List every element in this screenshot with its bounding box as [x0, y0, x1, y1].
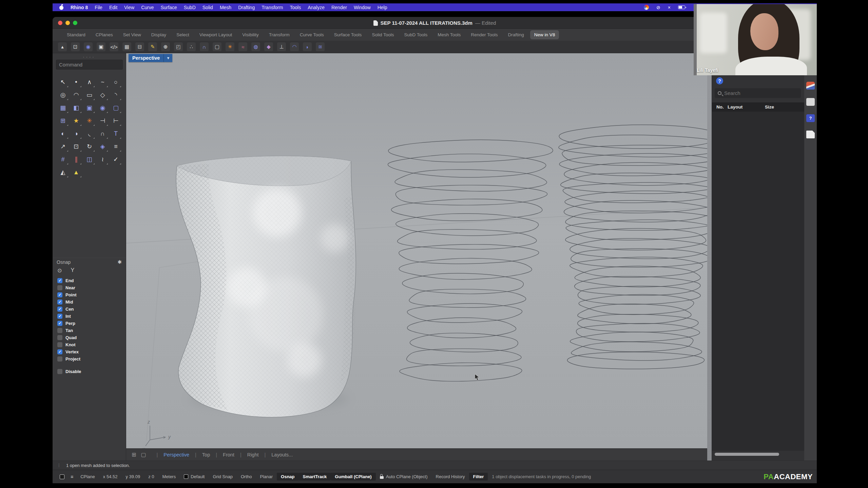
- dimension-tool-icon[interactable]: ⊥: [277, 42, 286, 51]
- tool-box[interactable]: ▣: [83, 101, 96, 114]
- tool-trim[interactable]: ⊣: [96, 114, 109, 127]
- script-editor-icon[interactable]: </>: [110, 42, 118, 51]
- notes-panel-icon[interactable]: [806, 131, 815, 138]
- status-pane[interactable]: Planar: [256, 473, 277, 481]
- osnap-option[interactable]: Tan: [53, 327, 126, 334]
- copy-clipboard-icon[interactable]: ▣: [97, 42, 105, 51]
- tool-split[interactable]: ⊢: [109, 114, 122, 127]
- tool-blend[interactable]: ∩: [96, 127, 109, 140]
- tool-surface-points[interactable]: ▦: [56, 101, 70, 114]
- checkbox[interactable]: [57, 335, 62, 340]
- menu-item[interactable]: SubD: [180, 5, 199, 10]
- viewport-tab[interactable]: Perspective: [163, 452, 189, 457]
- tool-polygon[interactable]: ◇: [96, 89, 109, 101]
- apple-logo-icon[interactable]: [59, 5, 64, 10]
- menu-item[interactable]: Edit: [106, 5, 121, 10]
- toolbar-tab[interactable]: Set View: [119, 30, 145, 39]
- tool-copy[interactable]: ⊡: [70, 140, 83, 153]
- contour-curves-vase[interactable]: [388, 140, 553, 381]
- menu-item[interactable]: Help: [374, 5, 391, 10]
- tool-offset-surface[interactable]: ◫: [83, 153, 96, 166]
- menu-item[interactable]: Render: [328, 5, 350, 10]
- tool-select-cursor[interactable]: ↖: [56, 76, 70, 89]
- checkbox[interactable]: [57, 321, 62, 326]
- viewport-maximize-icon[interactable]: ▢: [141, 451, 146, 458]
- osnap-option[interactable]: Perp: [53, 320, 126, 327]
- tool-flow[interactable]: ≀: [96, 153, 109, 166]
- toolbar-tab[interactable]: Drafting: [504, 30, 528, 39]
- tool-boolean-difference[interactable]: ◑: [70, 127, 83, 140]
- status-pane[interactable]: x 54.52: [99, 473, 122, 481]
- tool-rectangle[interactable]: ▭: [83, 89, 96, 101]
- do-not-disturb-icon[interactable]: ⊘: [656, 5, 660, 10]
- toolbar-tab[interactable]: Surface Tools: [330, 30, 366, 39]
- viewport-tab[interactable]: Top: [202, 452, 210, 457]
- osnap-option[interactable]: Quad: [53, 334, 126, 341]
- tool-explode-burst[interactable]: ✳: [83, 114, 96, 127]
- dense-contour-curves-vase[interactable]: [559, 125, 707, 369]
- mesh-sphere-icon[interactable]: ◍: [251, 42, 260, 51]
- flow-surface-icon[interactable]: ≅: [316, 42, 325, 51]
- viewport-label[interactable]: Perspective ▼: [129, 54, 172, 62]
- toolbar-tab[interactable]: Transform: [265, 30, 294, 39]
- status-pane[interactable]: Record History: [432, 473, 469, 481]
- close-button[interactable]: [58, 21, 62, 25]
- command-input[interactable]: [56, 60, 123, 70]
- menu-item[interactable]: Transform: [258, 5, 286, 10]
- osnap-option[interactable]: Point: [53, 291, 126, 298]
- minimize-button[interactable]: [65, 21, 70, 25]
- toolbar-tab[interactable]: CPlanes: [92, 30, 117, 39]
- toolbar-tab[interactable]: Standard: [63, 30, 90, 39]
- status-pane[interactable]: Filter: [469, 473, 488, 481]
- viewport-tab[interactable]: Layouts...: [271, 452, 293, 457]
- layers-panel-icon[interactable]: [806, 82, 815, 90]
- osnap-option[interactable]: Near: [53, 284, 126, 291]
- annotate-pencil-icon[interactable]: ✎: [148, 42, 157, 51]
- wireless-off-icon[interactable]: ×: [668, 5, 671, 10]
- panel-drag-handle[interactable]: ····: [53, 53, 126, 59]
- toolbar-tab[interactable]: Visibility: [238, 30, 263, 39]
- menu-item[interactable]: Curve: [138, 5, 157, 10]
- selection-window-icon[interactable]: ▢: [213, 42, 221, 51]
- osnap-option[interactable]: End: [53, 277, 126, 284]
- tool-rotate[interactable]: ↻: [83, 140, 96, 153]
- tool-explode-star[interactable]: ★: [70, 114, 83, 127]
- checkbox[interactable]: [57, 307, 62, 312]
- toolbar-tab[interactable]: Solid Tools: [368, 30, 398, 39]
- help-icon[interactable]: ?: [716, 77, 723, 84]
- osnap-option[interactable]: Project: [53, 355, 126, 363]
- toolbar-tab[interactable]: Select: [172, 30, 193, 39]
- tool-curve[interactable]: ~: [96, 76, 109, 89]
- zoom-button[interactable]: [73, 21, 77, 25]
- subd-box-icon[interactable]: ◰: [174, 42, 183, 51]
- search-input[interactable]: [724, 90, 798, 96]
- osnap-option[interactable]: Int: [53, 313, 126, 320]
- menu-item[interactable]: View: [121, 5, 138, 10]
- particle-spray-icon[interactable]: ∴: [187, 42, 196, 51]
- monitor-box-icon[interactable]: ⊟: [135, 42, 144, 51]
- tool-mesh-boolean[interactable]: ◭: [56, 166, 70, 179]
- tool-fillet-curve[interactable]: ◝: [109, 89, 122, 101]
- tool-cylinder[interactable]: ▢: [109, 101, 122, 114]
- status-pane[interactable]: Osnap: [277, 473, 298, 481]
- osnap-option[interactable]: Cen: [53, 306, 126, 313]
- checkbox[interactable]: [57, 285, 62, 290]
- viewport-tab[interactable]: Right: [247, 452, 259, 457]
- help-panel-icon[interactable]: ?: [806, 114, 815, 122]
- display-panel-icon[interactable]: [806, 98, 815, 106]
- status-pane[interactable]: y 39.09: [121, 473, 144, 481]
- tool-gumball[interactable]: ◈: [96, 140, 109, 153]
- shaded-mesh-vase[interactable]: [176, 156, 356, 417]
- tool-linear-array[interactable]: ∥: [70, 153, 83, 166]
- osnap-option[interactable]: Mid: [53, 298, 126, 306]
- menu-item[interactable]: Analyze: [304, 5, 328, 10]
- gear-icon[interactable]: ✱: [117, 259, 122, 265]
- status-pane[interactable]: CPlane: [76, 473, 99, 481]
- status-pane[interactable]: Grid Snap: [209, 473, 237, 481]
- tool-array[interactable]: ⊞: [56, 114, 70, 127]
- menu-item[interactable]: Surface: [157, 5, 180, 10]
- toolbar-tab[interactable]: Render Tools: [467, 30, 502, 39]
- viewport-scrollbar[interactable]: [707, 53, 712, 461]
- checkbox[interactable]: [57, 328, 62, 333]
- tool-fillet-surface[interactable]: ◟: [83, 127, 96, 140]
